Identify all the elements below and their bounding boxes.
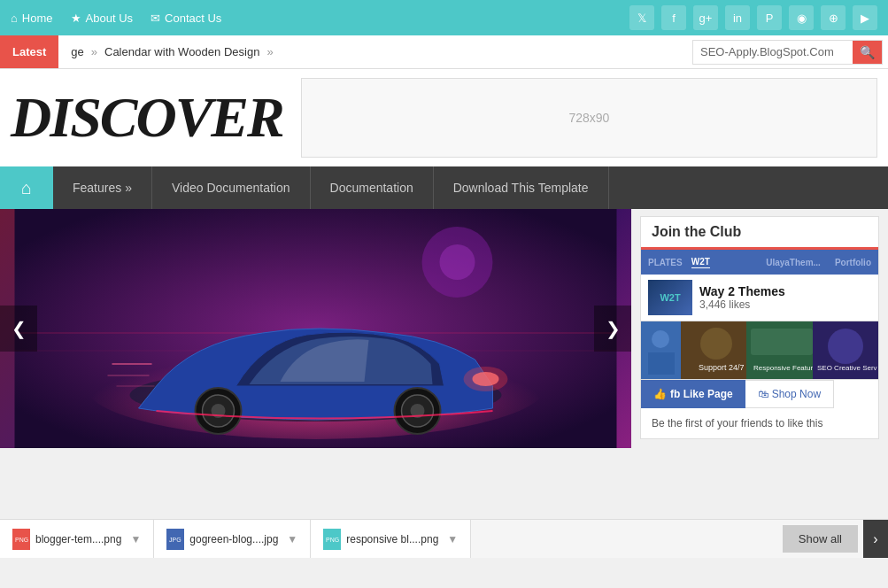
svg-rect-25 [751, 329, 812, 355]
fb-img-4-svg: SEO Creative Serv [813, 321, 878, 379]
file-icon-1: PNG [12, 529, 30, 550]
video-doc-label: Video Documentation [172, 181, 290, 195]
svg-point-28 [828, 329, 863, 364]
ticker-separator-2: » [266, 45, 273, 58]
dribbble-icon[interactable]: ⊕ [821, 5, 846, 30]
file-icon-3: PNG [323, 529, 341, 550]
download-name-1: blogger-tem....png [35, 533, 121, 545]
ticker-separator-1: » [91, 45, 97, 58]
main-slider: ❮ ❯ [0, 209, 631, 448]
slider-image [0, 209, 631, 448]
download-item-3[interactable]: PNG responsive bl....png ▼ [311, 520, 471, 558]
download-name-3: responsive bl....png [346, 533, 438, 545]
join-club-header: Join the Club [641, 217, 878, 250]
prev-icon: ❮ [12, 318, 27, 339]
fb-tab-right: UlayaThem... [766, 258, 821, 267]
svg-rect-20 [648, 352, 675, 375]
fb-img-1-svg [641, 321, 681, 379]
ticker-latest-badge: Latest [0, 35, 58, 68]
fb-like-label: fb Like Page [670, 388, 733, 400]
google-plus-icon[interactable]: g+ [693, 5, 718, 30]
download-icon-3: PNG [323, 529, 341, 550]
star-icon: ★ [71, 12, 81, 25]
instagram-icon[interactable]: ◉ [789, 5, 814, 30]
content-area: ❮ ❯ Join the Club PLATES W2T UlayaThem..… [0, 209, 888, 519]
about-label: About Us [86, 12, 133, 25]
nav-documentation[interactable]: Documentation [311, 166, 434, 209]
logo-banner-area: DISCOVER 728x90 [0, 69, 888, 166]
youtube-icon[interactable]: ▶ [853, 5, 877, 30]
fb-page-images: Support 24/7 Responsive Feature [641, 321, 878, 379]
fb-page-name: Way 2 Themes [699, 284, 785, 298]
slider-prev-button[interactable]: ❮ [0, 306, 37, 352]
contact-label: Contact Us [165, 12, 221, 25]
svg-text:PNG: PNG [15, 537, 28, 543]
download-item-2[interactable]: JPG gogreen-blog....jpg ▼ [154, 520, 311, 558]
join-club-widget: Join the Club PLATES W2T UlayaThem... Po… [640, 216, 879, 439]
downloads-bar: PNG blogger-tem....png ▼ JPG gogreen-blo… [0, 519, 888, 558]
fb-image-4: SEO Creative Serv [813, 321, 878, 379]
downloads-scroll-right[interactable]: › [863, 520, 888, 559]
fb-shop-label: Shop Now [772, 388, 821, 400]
search-button[interactable]: 🔍 [853, 41, 882, 64]
pinterest-icon[interactable]: P [757, 5, 782, 30]
next-icon: ❯ [606, 318, 621, 339]
home-label: Home [22, 12, 53, 25]
nav-video-documentation[interactable]: Video Documentation [152, 166, 311, 209]
search-box: 🔍 [692, 40, 883, 65]
ticker-item-2: Calendar with Wooden Design [104, 45, 259, 58]
svg-text:Support 24/7: Support 24/7 [699, 363, 745, 372]
top-nav-left: ⌂ Home ★ About Us ✉ Contact Us [11, 12, 221, 25]
facebook-icon[interactable]: f [661, 5, 686, 30]
fb-img-2-svg: Support 24/7 [681, 321, 746, 379]
fb-tab-w2t[interactable]: W2T [691, 257, 710, 268]
contact-link[interactable]: ✉ Contact Us [151, 12, 221, 25]
download-label: Download This Template [453, 181, 589, 195]
fb-page-info: W2T Way 2 Themes 3,446 likes [641, 275, 878, 321]
svg-point-22 [700, 328, 732, 360]
twitter-icon[interactable]: 𝕏 [629, 5, 654, 30]
fb-img-3-svg: Responsive Feature [746, 321, 812, 379]
nav-download-template[interactable]: Download This Template [434, 166, 609, 209]
about-link[interactable]: ★ About Us [71, 12, 133, 25]
ticker-item-1: ge [71, 45, 83, 58]
nav-features[interactable]: Features » [53, 166, 152, 209]
svg-text:Responsive Feature: Responsive Feature [753, 364, 812, 372]
thumbs-up-icon: 👍 [653, 388, 667, 400]
svg-point-19 [652, 330, 669, 348]
main-navigation: ⌂ Features » Video Documentation Documen… [0, 166, 888, 209]
join-club-body: PLATES W2T UlayaThem... Portfolio W2T Wa… [641, 250, 878, 438]
fb-page-details: Way 2 Themes 3,446 likes [699, 284, 785, 311]
svg-text:JPG: JPG [169, 537, 181, 543]
download-arrow-1: ▼ [130, 533, 141, 545]
join-club-title: Join the Club [652, 224, 741, 240]
show-all-button[interactable]: Show all [783, 525, 858, 553]
svg-point-12 [464, 367, 508, 391]
download-arrow-2: ▼ [287, 533, 297, 545]
ticker-content: ge » Calendar with Wooden Design » [58, 45, 692, 58]
download-icon-1: PNG [12, 529, 30, 550]
home-link[interactable]: ⌂ Home [11, 12, 53, 25]
doc-label: Documentation [330, 181, 413, 195]
social-icons-bar: 𝕏 f g+ in P ◉ ⊕ ▶ [629, 5, 877, 30]
download-icon-2: JPG [166, 529, 184, 550]
facebook-widget: PLATES W2T UlayaThem... Portfolio W2T Wa… [641, 250, 878, 408]
linkedin-icon[interactable]: in [725, 5, 750, 30]
download-item-1[interactable]: PNG blogger-tem....png ▼ [0, 520, 154, 558]
fb-shop-button[interactable]: 🛍 Shop Now [745, 380, 834, 408]
search-input[interactable] [693, 42, 853, 62]
fb-top-bar: PLATES W2T UlayaThem... Portfolio [641, 250, 878, 275]
fb-tab-plates[interactable]: PLATES [648, 258, 683, 267]
home-nav-icon[interactable]: ⌂ [0, 166, 53, 209]
top-navigation: ⌂ Home ★ About Us ✉ Contact Us 𝕏 f g+ in… [0, 0, 888, 35]
sidebar: Join the Club PLATES W2T UlayaThem... Po… [631, 209, 888, 519]
fb-extra-tabs: Portfolio [835, 258, 871, 267]
svg-point-17 [440, 244, 475, 280]
features-label: Features » [73, 181, 132, 195]
slider-next-button[interactable]: ❯ [594, 306, 631, 352]
ticker-bar: Latest ge » Calendar with Wooden Design … [0, 35, 888, 69]
fb-logo-w2t: W2T [648, 280, 692, 315]
fb-like-button[interactable]: 👍 fb Like Page [641, 380, 745, 408]
fb-action-bar: 👍 fb Like Page 🛍 Shop Now [641, 379, 878, 408]
site-logo: DISCOVER [11, 89, 283, 146]
